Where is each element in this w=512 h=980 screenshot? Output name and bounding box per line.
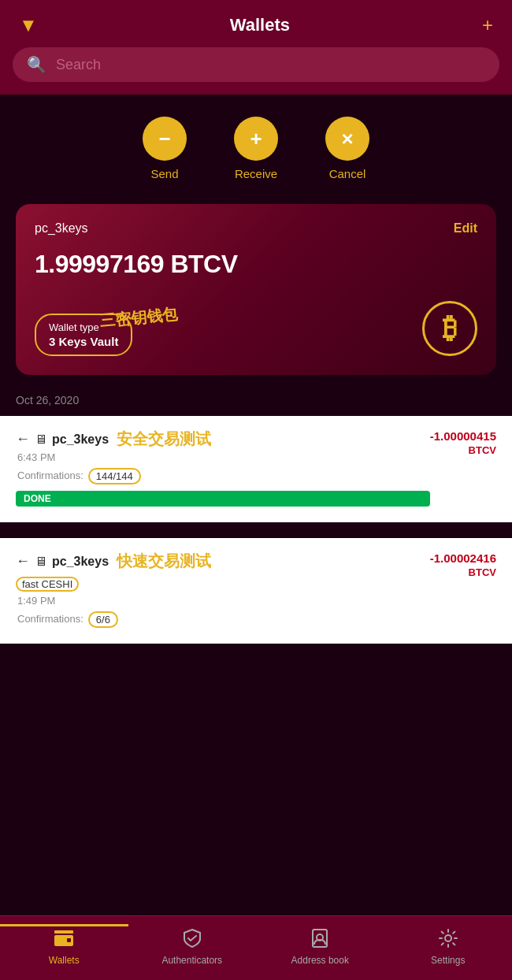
tx-confirmations-label: Confirmations:	[16, 613, 83, 625]
header: ▼ Wallets +	[0, 0, 512, 47]
tx-arrow-icon: ←	[16, 553, 30, 570]
tx-confirmations-label: Confirmations:	[16, 470, 83, 481]
filter-icon[interactable]: ▼	[19, 14, 38, 36]
send-label: Send	[150, 167, 178, 180]
wallet-type-box: Wallet type 3 Keys Vault 三密钥钱包	[35, 314, 132, 356]
cancel-icon: ×	[325, 117, 369, 161]
nav-item-address-book[interactable]: Address book	[256, 924, 384, 966]
tx-amount: -1.00000415 BTCV	[430, 429, 496, 457]
authenticators-nav-label: Authenticators	[161, 955, 222, 966]
receive-icon: +	[234, 117, 278, 161]
nav-active-indicator	[0, 924, 128, 926]
wallet-type-value: 3 Keys Vault	[49, 335, 118, 348]
page-title: Wallets	[230, 15, 290, 35]
send-icon: −	[143, 117, 187, 161]
tx-chinese-label: 安全交易测试	[117, 429, 211, 450]
bottom-nav: Wallets Authenticators Address book	[0, 915, 512, 980]
nav-item-authenticators[interactable]: Authenticators	[128, 924, 257, 966]
wallet-chinese-label: 三密钥钱包	[98, 304, 179, 332]
transaction-item[interactable]: ← 🖥 pc_3keys 快速交易测试 fast CESHI 1:49 PM C…	[0, 538, 512, 644]
tx-wallet-icon: 🖥	[35, 555, 47, 569]
tx-chinese-label: 快速交易测试	[117, 551, 211, 572]
receive-label: Receive	[235, 167, 277, 180]
wallets-nav-label: Wallets	[49, 955, 80, 966]
tx-amount: -1.00002416 BTCV	[430, 551, 496, 579]
transaction-item[interactable]: ← 🖥 pc_3keys 安全交易测试 6:43 PM Confirmation…	[0, 416, 512, 522]
bitcoin-icon: ₿	[422, 301, 477, 356]
tx-wallet-icon: 🖥	[35, 432, 47, 447]
wallet-card-wrap: pc_3keys Edit 1.99997169 BTCV Wallet typ…	[0, 196, 512, 391]
authenticators-nav-icon	[181, 927, 203, 955]
cancel-label: Cancel	[329, 167, 366, 180]
svg-rect-0	[54, 930, 73, 934]
svg-point-5	[445, 935, 451, 941]
address-book-nav-icon	[309, 927, 331, 955]
action-bar: − Send + Receive × Cancel	[0, 95, 512, 196]
svg-rect-2	[67, 938, 71, 942]
settings-nav-label: Settings	[431, 955, 465, 966]
wallet-footer: Wallet type 3 Keys Vault 三密钥钱包 ₿	[35, 301, 477, 356]
wallet-card[interactable]: pc_3keys Edit 1.99997169 BTCV Wallet typ…	[16, 204, 496, 375]
receive-button[interactable]: + Receive	[234, 117, 278, 180]
tx-name: pc_3keys	[52, 432, 109, 447]
wallet-card-header: pc_3keys Edit	[35, 221, 477, 236]
tx-left: ← 🖥 pc_3keys 安全交易测试 6:43 PM Confirmation…	[16, 429, 430, 507]
search-icon: 🔍	[27, 55, 46, 74]
tx-name: pc_3keys	[52, 555, 109, 569]
address-book-nav-label: Address book	[291, 955, 349, 966]
search-bar: 🔍	[0, 47, 512, 95]
tx-fast-label: fast CESHI	[16, 577, 79, 592]
tx-time: 1:49 PM	[16, 595, 430, 607]
settings-nav-icon	[437, 927, 459, 955]
wallet-name: pc_3keys	[35, 221, 88, 236]
add-icon[interactable]: +	[482, 14, 493, 36]
search-input[interactable]	[56, 57, 485, 73]
send-button[interactable]: − Send	[143, 117, 187, 180]
tx-confirmations-value: 6/6	[88, 611, 118, 628]
tx-arrow-icon: ←	[16, 431, 30, 447]
wallets-nav-icon	[53, 927, 75, 955]
section-date: Oct 26, 2020	[0, 391, 512, 416]
tx-time: 6:43 PM	[16, 451, 430, 463]
tx-confirmations-value: 144/144	[88, 468, 141, 484]
tx-currency: BTCV	[430, 444, 496, 458]
tx-title-row: ← 🖥 pc_3keys 安全交易测试	[16, 429, 430, 450]
nav-item-wallets[interactable]: Wallets	[0, 924, 128, 966]
cancel-button[interactable]: × Cancel	[325, 117, 369, 180]
tx-currency: BTCV	[430, 566, 496, 580]
wallet-balance: 1.99997169 BTCV	[35, 250, 477, 279]
tx-status-badge: DONE	[16, 491, 430, 507]
nav-item-settings[interactable]: Settings	[384, 924, 513, 966]
tx-left: ← 🖥 pc_3keys 快速交易测试 fast CESHI 1:49 PM C…	[16, 551, 430, 628]
tx-title-row: ← 🖥 pc_3keys 快速交易测试	[16, 551, 430, 572]
wallet-edit-button[interactable]: Edit	[454, 221, 477, 236]
